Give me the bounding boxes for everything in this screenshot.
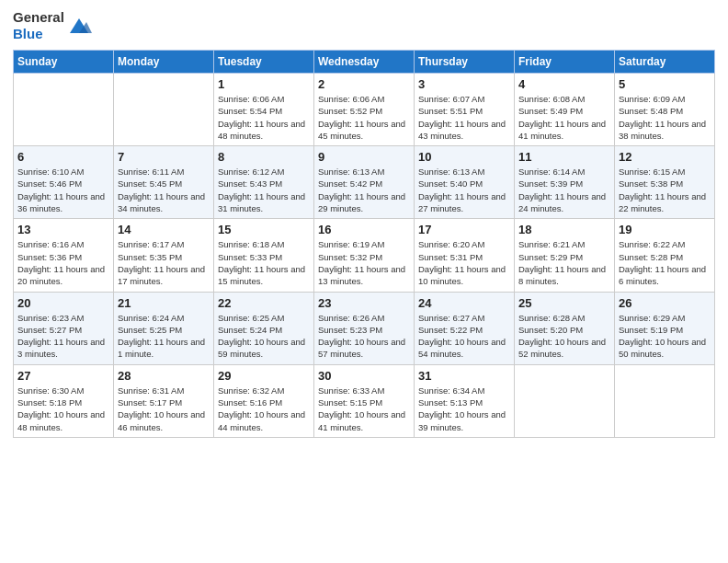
- calendar-cell: 21Sunrise: 6:24 AM Sunset: 5:25 PM Dayli…: [114, 292, 214, 364]
- weekday-header-thursday: Thursday: [415, 51, 515, 74]
- page: General Blue SundayMondayTuesdayWednesda…: [0, 0, 728, 563]
- calendar-body: 1Sunrise: 6:06 AM Sunset: 5:54 PM Daylig…: [14, 74, 715, 438]
- day-number: 8: [218, 150, 310, 164]
- week-row-3: 13Sunrise: 6:16 AM Sunset: 5:36 PM Dayli…: [14, 219, 715, 292]
- calendar-cell: 10Sunrise: 6:13 AM Sunset: 5:40 PM Dayli…: [415, 146, 515, 219]
- day-number: 29: [218, 369, 310, 383]
- day-number: 19: [619, 223, 711, 236]
- day-number: 20: [17, 296, 109, 310]
- calendar-cell: [14, 74, 114, 146]
- calendar-cell: [615, 364, 715, 437]
- day-info: Sunrise: 6:11 AM Sunset: 5:45 PM Dayligh…: [118, 166, 210, 214]
- day-info: Sunrise: 6:28 AM Sunset: 5:20 PM Dayligh…: [518, 312, 610, 361]
- weekday-header-wednesday: Wednesday: [314, 51, 415, 74]
- calendar-cell: 17Sunrise: 6:20 AM Sunset: 5:31 PM Dayli…: [415, 219, 515, 292]
- day-number: 4: [518, 77, 610, 91]
- calendar-cell: 23Sunrise: 6:26 AM Sunset: 5:23 PM Dayli…: [314, 292, 415, 364]
- day-number: 3: [418, 77, 510, 91]
- day-number: 23: [318, 296, 410, 310]
- weekday-header-tuesday: Tuesday: [214, 51, 314, 74]
- calendar-cell: 11Sunrise: 6:14 AM Sunset: 5:39 PM Dayli…: [515, 146, 615, 219]
- calendar-cell: 29Sunrise: 6:32 AM Sunset: 5:16 PM Dayli…: [214, 364, 314, 437]
- day-number: 30: [318, 369, 410, 383]
- day-info: Sunrise: 6:15 AM Sunset: 5:38 PM Dayligh…: [619, 166, 711, 214]
- day-info: Sunrise: 6:06 AM Sunset: 5:54 PM Dayligh…: [218, 93, 310, 142]
- weekday-header-friday: Friday: [515, 51, 615, 74]
- day-info: Sunrise: 6:21 AM Sunset: 5:29 PM Dayligh…: [518, 238, 610, 287]
- day-info: Sunrise: 6:33 AM Sunset: 5:15 PM Dayligh…: [318, 385, 410, 433]
- logo-icon: [66, 13, 92, 39]
- calendar-cell: 25Sunrise: 6:28 AM Sunset: 5:20 PM Dayli…: [515, 292, 615, 364]
- weekday-header-monday: Monday: [114, 51, 214, 74]
- day-info: Sunrise: 6:17 AM Sunset: 5:35 PM Dayligh…: [118, 238, 210, 287]
- day-info: Sunrise: 6:10 AM Sunset: 5:46 PM Dayligh…: [17, 166, 109, 214]
- day-number: 21: [118, 296, 210, 310]
- day-info: Sunrise: 6:14 AM Sunset: 5:39 PM Dayligh…: [518, 166, 610, 214]
- calendar-cell: 8Sunrise: 6:12 AM Sunset: 5:43 PM Daylig…: [214, 146, 314, 219]
- calendar-cell: [515, 364, 615, 437]
- calendar-cell: 19Sunrise: 6:22 AM Sunset: 5:28 PM Dayli…: [615, 219, 715, 292]
- weekday-header-row: SundayMondayTuesdayWednesdayThursdayFrid…: [14, 51, 715, 74]
- day-number: 27: [17, 369, 109, 383]
- day-info: Sunrise: 6:22 AM Sunset: 5:28 PM Dayligh…: [619, 238, 711, 287]
- day-number: 1: [218, 77, 310, 91]
- day-info: Sunrise: 6:08 AM Sunset: 5:49 PM Dayligh…: [518, 93, 610, 142]
- day-info: Sunrise: 6:16 AM Sunset: 5:36 PM Dayligh…: [17, 238, 109, 287]
- day-number: 16: [318, 223, 410, 236]
- day-number: 24: [418, 296, 510, 310]
- day-info: Sunrise: 6:07 AM Sunset: 5:51 PM Dayligh…: [418, 93, 510, 142]
- day-number: 26: [619, 296, 711, 310]
- day-info: Sunrise: 6:24 AM Sunset: 5:25 PM Dayligh…: [118, 312, 210, 361]
- day-number: 18: [518, 223, 610, 236]
- day-info: Sunrise: 6:23 AM Sunset: 5:27 PM Dayligh…: [17, 312, 109, 361]
- day-number: 10: [418, 150, 510, 164]
- day-number: 6: [17, 150, 109, 164]
- day-info: Sunrise: 6:12 AM Sunset: 5:43 PM Dayligh…: [218, 166, 310, 214]
- calendar-cell: 7Sunrise: 6:11 AM Sunset: 5:45 PM Daylig…: [114, 146, 214, 219]
- calendar-cell: 27Sunrise: 6:30 AM Sunset: 5:18 PM Dayli…: [14, 364, 114, 437]
- logo-blue: Blue: [13, 26, 43, 41]
- calendar-cell: 31Sunrise: 6:34 AM Sunset: 5:13 PM Dayli…: [415, 364, 515, 437]
- day-number: 2: [318, 77, 410, 91]
- calendar-table: SundayMondayTuesdayWednesdayThursdayFrid…: [13, 50, 715, 438]
- week-row-5: 27Sunrise: 6:30 AM Sunset: 5:18 PM Dayli…: [14, 364, 715, 437]
- day-info: Sunrise: 6:30 AM Sunset: 5:18 PM Dayligh…: [17, 385, 109, 433]
- day-number: 12: [619, 150, 711, 164]
- calendar-cell: 13Sunrise: 6:16 AM Sunset: 5:36 PM Dayli…: [14, 219, 114, 292]
- day-number: 7: [118, 150, 210, 164]
- day-info: Sunrise: 6:27 AM Sunset: 5:22 PM Dayligh…: [418, 312, 510, 361]
- calendar-cell: [114, 74, 214, 146]
- calendar-cell: 15Sunrise: 6:18 AM Sunset: 5:33 PM Dayli…: [214, 219, 314, 292]
- day-number: 9: [318, 150, 410, 164]
- day-number: 31: [418, 369, 510, 383]
- calendar-cell: 3Sunrise: 6:07 AM Sunset: 5:51 PM Daylig…: [415, 74, 515, 146]
- logo-text: General Blue: [13, 9, 64, 42]
- calendar-cell: 18Sunrise: 6:21 AM Sunset: 5:29 PM Dayli…: [515, 219, 615, 292]
- day-number: 25: [518, 296, 610, 310]
- calendar-cell: 24Sunrise: 6:27 AM Sunset: 5:22 PM Dayli…: [415, 292, 515, 364]
- calendar-cell: 26Sunrise: 6:29 AM Sunset: 5:19 PM Dayli…: [615, 292, 715, 364]
- day-info: Sunrise: 6:19 AM Sunset: 5:32 PM Dayligh…: [318, 238, 410, 287]
- day-number: 13: [17, 223, 109, 236]
- day-info: Sunrise: 6:31 AM Sunset: 5:17 PM Dayligh…: [118, 385, 210, 433]
- day-number: 14: [118, 223, 210, 236]
- calendar-cell: 28Sunrise: 6:31 AM Sunset: 5:17 PM Dayli…: [114, 364, 214, 437]
- calendar-cell: 30Sunrise: 6:33 AM Sunset: 5:15 PM Dayli…: [314, 364, 415, 437]
- day-info: Sunrise: 6:13 AM Sunset: 5:42 PM Dayligh…: [318, 166, 410, 214]
- calendar-cell: 1Sunrise: 6:06 AM Sunset: 5:54 PM Daylig…: [214, 74, 314, 146]
- day-info: Sunrise: 6:09 AM Sunset: 5:48 PM Dayligh…: [619, 93, 711, 142]
- day-number: 22: [218, 296, 310, 310]
- day-number: 15: [218, 223, 310, 236]
- day-info: Sunrise: 6:06 AM Sunset: 5:52 PM Dayligh…: [318, 93, 410, 142]
- day-info: Sunrise: 6:18 AM Sunset: 5:33 PM Dayligh…: [218, 238, 310, 287]
- calendar-cell: 2Sunrise: 6:06 AM Sunset: 5:52 PM Daylig…: [314, 74, 415, 146]
- calendar-cell: 5Sunrise: 6:09 AM Sunset: 5:48 PM Daylig…: [615, 74, 715, 146]
- day-number: 11: [518, 150, 610, 164]
- week-row-4: 20Sunrise: 6:23 AM Sunset: 5:27 PM Dayli…: [14, 292, 715, 364]
- day-info: Sunrise: 6:29 AM Sunset: 5:19 PM Dayligh…: [619, 312, 711, 361]
- weekday-header-sunday: Sunday: [14, 51, 114, 74]
- day-number: 5: [619, 77, 711, 91]
- logo: General Blue: [13, 9, 92, 42]
- day-number: 28: [118, 369, 210, 383]
- logo-general: General: [13, 9, 64, 25]
